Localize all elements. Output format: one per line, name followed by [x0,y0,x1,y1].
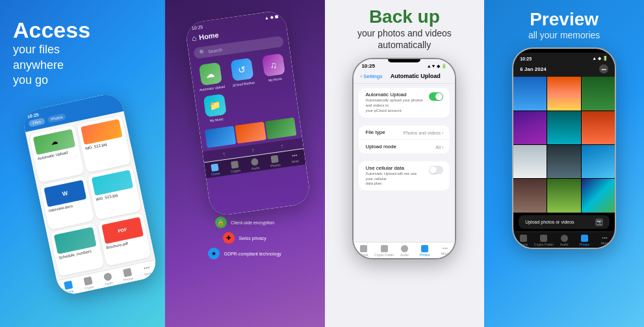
tab2-audio[interactable]: Audio [244,157,266,171]
tab4-more[interactable]: ••• More [595,235,615,246]
file-item-docx[interactable]: W Interview.docx [40,176,94,229]
auto-upload-toggle[interactable] [429,92,443,101]
panel-access: Access your filesanywhereyou go 10:25 Fi… [0,0,165,327]
file-item-img512[interactable]: IMG_512.jpg [77,115,132,173]
nav-photos[interactable]: Photos [47,112,67,123]
photo-city[interactable] [547,145,580,178]
file-item-schedule[interactable]: Schedule_numbers [50,222,104,276]
phone-mockup-3: 10:25 ▲▼ ◆ 🔋 ‹ Settings Automatic Upload… [352,58,456,259]
photo-cliff[interactable] [513,179,547,212]
phone3-screen: 10:25 ▲▼ ◆ 🔋 ‹ Settings Automatic Upload… [354,59,455,258]
tab4-audio[interactable]: Audio [554,235,574,246]
tab4-home[interactable]: Home [513,235,534,246]
tab3-photos[interactable]: Photos [415,245,435,257]
badge-swiss: ✚ Swiss privacy [223,232,266,244]
photos-grid [513,77,615,212]
tab2-photos[interactable]: Photos [264,154,286,168]
tab-more[interactable]: ••• More [136,262,159,278]
tab-bar-3: Home Crypto Folder Audio Photos ••• More [354,242,455,258]
panel-preview: Preview all your memories 10:25 ▲ ◆ 🔋 6 … [484,0,644,327]
settings-card-1: Automatic Upload Automatically upload yo… [359,88,450,117]
phone4-status: 10:25 ▲ ◆ 🔋 [513,53,615,62]
settings-card-3: Use cellular data Automatic Upload will … [359,161,450,190]
photo-sunset[interactable] [547,77,580,110]
photo-sky[interactable] [513,77,547,110]
panel-security: 10:25 ▲ ◆ ◼ ⌂ Home 🔍 Search ☁ Automatic … [165,0,325,327]
photo-ocean[interactable] [547,111,580,144]
file-item-pdf[interactable]: PDF Brochure.pdf [97,213,151,266]
home-icon-autoupload[interactable]: ☁ Automatic Upload [196,62,225,92]
tab-home[interactable]: Home [58,279,80,295]
photo-mountain[interactable] [513,111,547,144]
upload-icon: 📷 [595,218,603,226]
phone3-notch [388,59,420,62]
tab3-home[interactable]: Home [354,245,374,257]
panel-3-heading: Back up your photos and videosautomatica… [357,7,452,51]
tab-bar-4: Home Crypto Folder Audio Photos ••• More [513,231,615,248]
panel-4-heading: Preview all your memories [528,9,600,40]
home-icon-backup[interactable]: ↺ pCloud Backup [227,57,257,87]
tab3-more[interactable]: ••• More [435,245,455,257]
phone-mockup-1: 10:25 Files Photos ☁ Automatic Upload ↑ [21,91,159,296]
settings-row-uploadmode[interactable]: Upload mode All › [359,140,450,153]
phone3-nav: ‹ Settings Automatic Upload [354,71,455,84]
settings-row-cellular: Use cellular data Automatic Upload will … [359,161,450,190]
header-btn-1[interactable]: ••• [599,64,608,73]
tab4-photos[interactable]: Photos [574,235,595,246]
phone4-header: 6 Jan 2024 ••• [513,62,615,77]
home-icon-music[interactable]: ♫ My Music [259,53,289,83]
tab-photos[interactable]: Photos [117,267,139,283]
photo-lake[interactable] [582,145,615,178]
nav-files[interactable]: Files [29,117,45,127]
files-grid: ☁ Automatic Upload ↑ IMG_512.jpg W Inter… [25,111,155,280]
phone-mockup-2: 10:25 ▲ ◆ ◼ ⌂ Home 🔍 Search ☁ Automatic … [185,10,311,217]
tab4-crypto[interactable]: Crypto Folder [534,235,554,246]
tab3-audio[interactable]: Audio [394,245,415,257]
photo-aurora[interactable] [582,179,615,212]
security-badges: 🔒 Client-side encryption ✚ Swiss privacy… [208,216,281,259]
tab3-crypto[interactable]: Crypto Folder [374,245,394,257]
photo-forest[interactable] [582,77,615,110]
swiss-icon: ✚ [223,232,235,244]
tab2-home[interactable]: Home [205,163,226,177]
panel-backup: Back up your photos and videosautomatica… [325,0,485,327]
phone2-screen: 10:25 ▲ ◆ ◼ ⌂ Home 🔍 Search ☁ Automatic … [185,10,311,217]
tab2-crypto[interactable]: Crypto [224,160,246,174]
phone4-screen: 10:25 ▲ ◆ 🔋 6 Jan 2024 ••• [513,49,615,248]
badge-gdpr: ★ GDPR-compliant technology [208,248,281,259]
tab-audio[interactable]: Audio [97,270,119,287]
phone1-screen: 10:25 Files Photos ☁ Automatic Upload ↑ [21,91,159,296]
badge-encryption: 🔒 Client-side encryption [215,216,274,228]
photo-valley[interactable] [547,179,580,212]
file-item-img513[interactable]: IMG_513.jpg [88,166,142,219]
action-upload-photos[interactable]: Upload photos or videos 📷 [519,215,610,229]
photo-desert[interactable] [582,111,615,144]
gdpr-icon: ★ [208,248,220,259]
file-item-autoupload[interactable]: ☁ Automatic Upload ↑ [29,125,84,183]
back-button[interactable]: ‹ Settings [360,73,382,79]
settings-card-2: File type Photos and videos › Upload mod… [359,125,450,153]
photo-snow[interactable] [513,145,547,178]
cellular-toggle[interactable] [429,166,443,174]
home-icon-folder[interactable]: 📁 My Music [200,94,230,124]
tab-crypto[interactable]: Crypto [77,275,99,291]
settings-row-filetype[interactable]: File type Photos and videos › [359,125,450,140]
panel-1-title: Access your filesanywhereyou go [10,18,90,88]
tab2-more[interactable]: ••• More [284,151,305,166]
phone-mockup-4: 10:25 ▲ ◆ 🔋 6 Jan 2024 ••• [512,47,616,249]
settings-row-toggle: Automatic Upload Automatically upload yo… [359,88,450,117]
encryption-icon: 🔒 [215,216,227,228]
action-menu: Upload photos or videos 📷 Take photo or … [519,215,610,229]
